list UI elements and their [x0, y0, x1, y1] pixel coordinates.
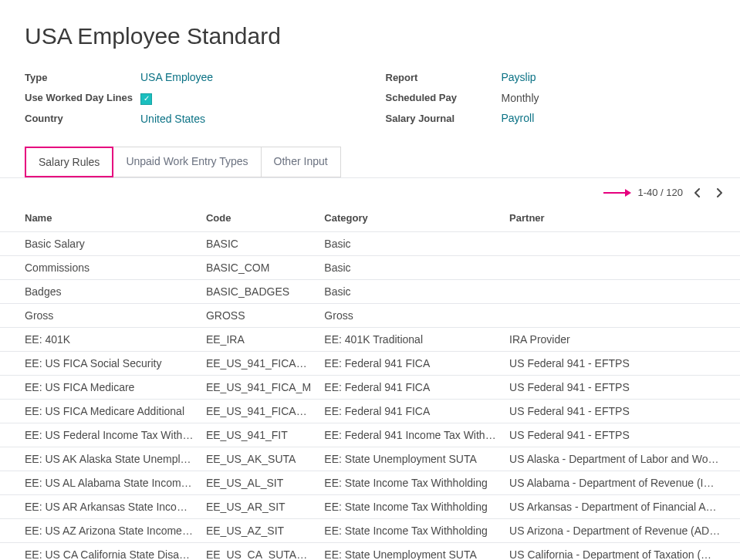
col-name[interactable]: Name — [0, 204, 200, 232]
chevron-left-icon — [694, 188, 701, 197]
col-code[interactable]: Code — [200, 204, 318, 232]
cell-category: EE: Federal 941 FICA — [318, 351, 503, 375]
cell-code: EE_US_941_FICA_SS — [200, 351, 318, 375]
check-icon: ✓ — [140, 93, 152, 105]
col-partner[interactable]: Partner — [503, 204, 740, 232]
cell-name: EE: US FICA Medicare Additional — [0, 399, 200, 423]
cell-category: Basic — [318, 279, 503, 303]
cell-partner — [503, 255, 740, 279]
cell-name: EE: US Federal Income Tax Withholding — [0, 423, 200, 447]
meta-left: Type USA Employee Use Worked Day Lines ✓… — [25, 71, 355, 125]
cell-name: Gross — [0, 303, 200, 327]
cell-name: EE: US AL Alabama State Income Tax Wit… — [0, 471, 200, 494]
table-row[interactable]: EE: US FICA MedicareEE_US_941_FICA_MEE: … — [0, 375, 740, 399]
tab-other-input[interactable]: Other Input — [261, 147, 341, 177]
cell-partner: US Alaska - Department of Labor and Wo… — [503, 447, 740, 471]
cell-name: EE: US AZ Arizona State Income Tax With… — [0, 518, 200, 542]
scheduled-pay-label: Scheduled Pay — [386, 92, 502, 103]
cell-category: EE: Federal 941 Income Tax Withholdi… — [318, 423, 503, 447]
tabs: Salary Rules Unpaid Work Entry Types Oth… — [25, 147, 715, 177]
tab-unpaid-work-entry-types[interactable]: Unpaid Work Entry Types — [113, 147, 261, 177]
meta-right: Report Payslip Scheduled Pay Monthly Sal… — [386, 71, 716, 125]
country-value[interactable]: United States — [140, 113, 355, 125]
cell-name: EE: US AR Arkansas State Income Tax Wi… — [0, 494, 200, 518]
table-row[interactable]: EE: US FICA Social SecurityEE_US_941_FIC… — [0, 351, 740, 375]
cell-partner: US Federal 941 - EFTPS — [503, 375, 740, 399]
cell-name: Basic Salary — [0, 231, 200, 255]
cell-category: EE: State Income Tax Withholding — [318, 494, 503, 518]
cell-category: EE: State Income Tax Withholding — [318, 518, 503, 542]
cell-partner — [503, 303, 740, 327]
cell-category: EE: State Income Tax Withholding — [318, 471, 503, 494]
cell-partner: US Federal 941 - EFTPS — [503, 423, 740, 447]
table-row[interactable]: EE: US CA California State Disability In… — [0, 542, 740, 560]
cell-category: EE: Federal 941 FICA — [318, 375, 503, 399]
table-header-row: Name Code Category Partner — [0, 204, 740, 232]
pager-text[interactable]: 1-40 / 120 — [637, 187, 683, 198]
report-label: Report — [386, 72, 502, 83]
cell-name: EE: US CA California State Disability In… — [0, 542, 200, 560]
type-label: Type — [25, 72, 140, 83]
table-row[interactable]: EE: US Federal Income Tax WithholdingEE_… — [0, 423, 740, 447]
cell-partner: US California - Department of Taxation (… — [503, 542, 740, 560]
cell-code: EE_US_941_FICA_M_ADD — [200, 399, 318, 423]
salary-journal-label: Salary Journal — [386, 113, 502, 124]
cell-partner: IRA Provider — [503, 327, 740, 351]
table-row[interactable]: GrossGROSSGross — [0, 303, 740, 327]
cell-code: EE_IRA — [200, 327, 318, 351]
scheduled-pay-value: Monthly — [502, 92, 716, 104]
table-row[interactable]: EE: US AZ Arizona State Income Tax With…… — [0, 518, 740, 542]
cell-category: EE: 401K Traditional — [318, 327, 503, 351]
tab-salary-rules[interactable]: Salary Rules — [25, 147, 113, 177]
pager: 1-40 / 120 — [0, 178, 740, 204]
table-row[interactable]: BadgesBASIC_BADGESBasic — [0, 279, 740, 303]
cell-code: BASIC — [200, 231, 318, 255]
table-row[interactable]: EE: US AR Arkansas State Income Tax Wi…E… — [0, 494, 740, 518]
cell-name: EE: 401K — [0, 327, 200, 351]
page-title: USA Employee Standard — [25, 23, 715, 49]
chevron-right-icon — [716, 188, 722, 197]
table-row[interactable]: EE: US AL Alabama State Income Tax Wit…E… — [0, 471, 740, 494]
table-row[interactable]: Basic SalaryBASICBasic — [0, 231, 740, 255]
cell-code: EE_US_941_FICA_M — [200, 375, 318, 399]
cell-name: EE: US AK Alaska State Unemployment (… — [0, 447, 200, 471]
col-category[interactable]: Category — [318, 204, 503, 232]
cell-category: EE: Federal 941 FICA — [318, 399, 503, 423]
cell-category: EE: State Unemployment SUTA — [318, 447, 503, 471]
cell-name: EE: US FICA Social Security — [0, 351, 200, 375]
country-label: Country — [25, 113, 140, 124]
table-row[interactable]: EE: 401KEE_IRAEE: 401K TraditionalIRA Pr… — [0, 327, 740, 351]
meta-section: Type USA Employee Use Worked Day Lines ✓… — [25, 71, 715, 125]
cell-code: EE_US_AK_SUTA — [200, 447, 318, 471]
cell-code: EE_US_941_FIT — [200, 423, 318, 447]
cell-name: Commissions — [0, 255, 200, 279]
salary-rules-table: Name Code Category Partner Basic SalaryB… — [0, 204, 740, 561]
table-row[interactable]: CommissionsBASIC_COMBasic — [0, 255, 740, 279]
cell-partner: US Federal 941 - EFTPS — [503, 399, 740, 423]
cell-partner: US Arizona - Department of Revenue (AD… — [503, 518, 740, 542]
worked-day-lines-checkbox[interactable]: ✓ — [140, 91, 355, 105]
cell-code: EE_US_AR_SIT — [200, 494, 318, 518]
cell-code: BASIC_BADGES — [200, 279, 318, 303]
cell-code: EE_US_AZ_SIT — [200, 518, 318, 542]
worked-day-lines-label: Use Worked Day Lines — [25, 92, 140, 103]
table-area: 1-40 / 120 Name Code Category Partner Ba… — [0, 177, 740, 561]
cell-code: BASIC_COM — [200, 255, 318, 279]
annotation-arrow-icon — [603, 192, 630, 194]
pager-prev-button[interactable] — [691, 186, 705, 200]
cell-partner — [503, 279, 740, 303]
pager-next-button[interactable] — [712, 186, 726, 200]
table-row[interactable]: EE: US FICA Medicare AdditionalEE_US_941… — [0, 399, 740, 423]
type-value[interactable]: USA Employee — [140, 71, 355, 83]
salary-journal-value[interactable]: Payroll — [502, 112, 716, 124]
cell-name: Badges — [0, 279, 200, 303]
cell-category: EE: State Unemployment SUTA — [318, 542, 503, 560]
cell-category: Gross — [318, 303, 503, 327]
cell-code: GROSS — [200, 303, 318, 327]
cell-category: Basic — [318, 255, 503, 279]
cell-category: Basic — [318, 231, 503, 255]
cell-partner: US Alabama - Department of Revenue (ID… — [503, 471, 740, 494]
cell-code: EE_US_AL_SIT — [200, 471, 318, 494]
report-value[interactable]: Payslip — [502, 71, 716, 83]
table-row[interactable]: EE: US AK Alaska State Unemployment (…EE… — [0, 447, 740, 471]
